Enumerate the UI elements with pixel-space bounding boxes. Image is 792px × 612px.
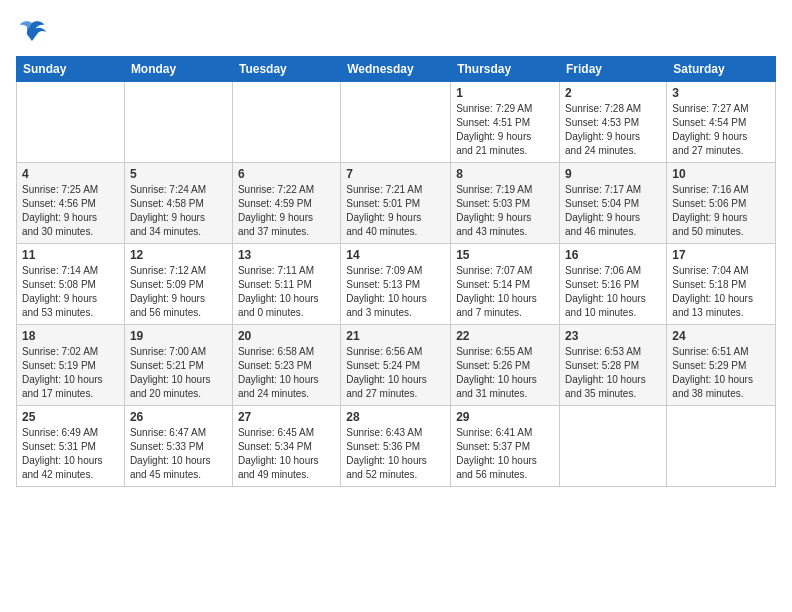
calendar-cell xyxy=(341,82,451,163)
calendar-cell xyxy=(17,82,125,163)
day-info: Sunrise: 7:28 AMSunset: 4:53 PMDaylight:… xyxy=(565,102,661,158)
calendar-cell: 15Sunrise: 7:07 AMSunset: 5:14 PMDayligh… xyxy=(451,244,560,325)
calendar-cell: 23Sunrise: 6:53 AMSunset: 5:28 PMDayligh… xyxy=(560,325,667,406)
day-number: 29 xyxy=(456,410,554,424)
calendar-cell: 3Sunrise: 7:27 AMSunset: 4:54 PMDaylight… xyxy=(667,82,776,163)
calendar-cell: 6Sunrise: 7:22 AMSunset: 4:59 PMDaylight… xyxy=(232,163,340,244)
day-info: Sunrise: 6:45 AMSunset: 5:34 PMDaylight:… xyxy=(238,426,335,482)
day-info: Sunrise: 7:29 AMSunset: 4:51 PMDaylight:… xyxy=(456,102,554,158)
day-info: Sunrise: 7:06 AMSunset: 5:16 PMDaylight:… xyxy=(565,264,661,320)
calendar-cell: 17Sunrise: 7:04 AMSunset: 5:18 PMDayligh… xyxy=(667,244,776,325)
calendar-cell: 14Sunrise: 7:09 AMSunset: 5:13 PMDayligh… xyxy=(341,244,451,325)
calendar-cell: 25Sunrise: 6:49 AMSunset: 5:31 PMDayligh… xyxy=(17,406,125,487)
calendar-cell: 7Sunrise: 7:21 AMSunset: 5:01 PMDaylight… xyxy=(341,163,451,244)
calendar-cell: 1Sunrise: 7:29 AMSunset: 4:51 PMDaylight… xyxy=(451,82,560,163)
day-info: Sunrise: 7:27 AMSunset: 4:54 PMDaylight:… xyxy=(672,102,770,158)
calendar-cell: 28Sunrise: 6:43 AMSunset: 5:36 PMDayligh… xyxy=(341,406,451,487)
day-number: 13 xyxy=(238,248,335,262)
page-header xyxy=(16,16,776,48)
day-number: 25 xyxy=(22,410,119,424)
calendar-cell: 11Sunrise: 7:14 AMSunset: 5:08 PMDayligh… xyxy=(17,244,125,325)
day-info: Sunrise: 7:04 AMSunset: 5:18 PMDaylight:… xyxy=(672,264,770,320)
weekday-header-monday: Monday xyxy=(124,57,232,82)
calendar-cell: 5Sunrise: 7:24 AMSunset: 4:58 PMDaylight… xyxy=(124,163,232,244)
day-number: 21 xyxy=(346,329,445,343)
calendar-cell: 24Sunrise: 6:51 AMSunset: 5:29 PMDayligh… xyxy=(667,325,776,406)
day-info: Sunrise: 7:22 AMSunset: 4:59 PMDaylight:… xyxy=(238,183,335,239)
day-number: 23 xyxy=(565,329,661,343)
day-number: 27 xyxy=(238,410,335,424)
weekday-header-friday: Friday xyxy=(560,57,667,82)
day-info: Sunrise: 7:12 AMSunset: 5:09 PMDaylight:… xyxy=(130,264,227,320)
day-number: 22 xyxy=(456,329,554,343)
day-info: Sunrise: 7:25 AMSunset: 4:56 PMDaylight:… xyxy=(22,183,119,239)
day-info: Sunrise: 7:11 AMSunset: 5:11 PMDaylight:… xyxy=(238,264,335,320)
day-info: Sunrise: 6:53 AMSunset: 5:28 PMDaylight:… xyxy=(565,345,661,401)
day-number: 11 xyxy=(22,248,119,262)
day-number: 24 xyxy=(672,329,770,343)
day-number: 26 xyxy=(130,410,227,424)
day-number: 14 xyxy=(346,248,445,262)
day-number: 7 xyxy=(346,167,445,181)
day-info: Sunrise: 6:51 AMSunset: 5:29 PMDaylight:… xyxy=(672,345,770,401)
calendar-cell: 29Sunrise: 6:41 AMSunset: 5:37 PMDayligh… xyxy=(451,406,560,487)
day-info: Sunrise: 7:02 AMSunset: 5:19 PMDaylight:… xyxy=(22,345,119,401)
day-info: Sunrise: 7:09 AMSunset: 5:13 PMDaylight:… xyxy=(346,264,445,320)
day-number: 9 xyxy=(565,167,661,181)
calendar-cell: 22Sunrise: 6:55 AMSunset: 5:26 PMDayligh… xyxy=(451,325,560,406)
logo-icon xyxy=(16,16,48,48)
day-info: Sunrise: 6:49 AMSunset: 5:31 PMDaylight:… xyxy=(22,426,119,482)
day-number: 6 xyxy=(238,167,335,181)
day-info: Sunrise: 6:41 AMSunset: 5:37 PMDaylight:… xyxy=(456,426,554,482)
day-number: 28 xyxy=(346,410,445,424)
day-info: Sunrise: 7:17 AMSunset: 5:04 PMDaylight:… xyxy=(565,183,661,239)
weekday-header-sunday: Sunday xyxy=(17,57,125,82)
day-info: Sunrise: 7:07 AMSunset: 5:14 PMDaylight:… xyxy=(456,264,554,320)
calendar-cell: 2Sunrise: 7:28 AMSunset: 4:53 PMDaylight… xyxy=(560,82,667,163)
day-number: 16 xyxy=(565,248,661,262)
weekday-header-thursday: Thursday xyxy=(451,57,560,82)
calendar-cell: 13Sunrise: 7:11 AMSunset: 5:11 PMDayligh… xyxy=(232,244,340,325)
weekday-header-wednesday: Wednesday xyxy=(341,57,451,82)
calendar-table: SundayMondayTuesdayWednesdayThursdayFrid… xyxy=(16,56,776,487)
calendar-cell xyxy=(232,82,340,163)
day-number: 20 xyxy=(238,329,335,343)
calendar-cell: 4Sunrise: 7:25 AMSunset: 4:56 PMDaylight… xyxy=(17,163,125,244)
weekday-header-tuesday: Tuesday xyxy=(232,57,340,82)
calendar-cell: 21Sunrise: 6:56 AMSunset: 5:24 PMDayligh… xyxy=(341,325,451,406)
day-number: 5 xyxy=(130,167,227,181)
day-info: Sunrise: 7:24 AMSunset: 4:58 PMDaylight:… xyxy=(130,183,227,239)
day-info: Sunrise: 7:14 AMSunset: 5:08 PMDaylight:… xyxy=(22,264,119,320)
day-info: Sunrise: 7:19 AMSunset: 5:03 PMDaylight:… xyxy=(456,183,554,239)
day-number: 1 xyxy=(456,86,554,100)
day-info: Sunrise: 7:00 AMSunset: 5:21 PMDaylight:… xyxy=(130,345,227,401)
day-number: 10 xyxy=(672,167,770,181)
weekday-header-saturday: Saturday xyxy=(667,57,776,82)
calendar-cell: 19Sunrise: 7:00 AMSunset: 5:21 PMDayligh… xyxy=(124,325,232,406)
day-number: 8 xyxy=(456,167,554,181)
day-info: Sunrise: 7:16 AMSunset: 5:06 PMDaylight:… xyxy=(672,183,770,239)
day-info: Sunrise: 6:58 AMSunset: 5:23 PMDaylight:… xyxy=(238,345,335,401)
calendar-cell: 20Sunrise: 6:58 AMSunset: 5:23 PMDayligh… xyxy=(232,325,340,406)
day-number: 18 xyxy=(22,329,119,343)
calendar-cell xyxy=(667,406,776,487)
day-number: 3 xyxy=(672,86,770,100)
day-number: 15 xyxy=(456,248,554,262)
day-number: 4 xyxy=(22,167,119,181)
day-info: Sunrise: 7:21 AMSunset: 5:01 PMDaylight:… xyxy=(346,183,445,239)
day-number: 17 xyxy=(672,248,770,262)
day-info: Sunrise: 6:56 AMSunset: 5:24 PMDaylight:… xyxy=(346,345,445,401)
day-number: 19 xyxy=(130,329,227,343)
logo xyxy=(16,16,52,48)
calendar-cell: 27Sunrise: 6:45 AMSunset: 5:34 PMDayligh… xyxy=(232,406,340,487)
calendar-cell: 12Sunrise: 7:12 AMSunset: 5:09 PMDayligh… xyxy=(124,244,232,325)
calendar-cell xyxy=(560,406,667,487)
calendar-cell: 10Sunrise: 7:16 AMSunset: 5:06 PMDayligh… xyxy=(667,163,776,244)
day-info: Sunrise: 6:43 AMSunset: 5:36 PMDaylight:… xyxy=(346,426,445,482)
calendar-cell: 26Sunrise: 6:47 AMSunset: 5:33 PMDayligh… xyxy=(124,406,232,487)
calendar-cell: 9Sunrise: 7:17 AMSunset: 5:04 PMDaylight… xyxy=(560,163,667,244)
day-info: Sunrise: 6:55 AMSunset: 5:26 PMDaylight:… xyxy=(456,345,554,401)
calendar-cell: 16Sunrise: 7:06 AMSunset: 5:16 PMDayligh… xyxy=(560,244,667,325)
day-number: 2 xyxy=(565,86,661,100)
calendar-cell: 18Sunrise: 7:02 AMSunset: 5:19 PMDayligh… xyxy=(17,325,125,406)
